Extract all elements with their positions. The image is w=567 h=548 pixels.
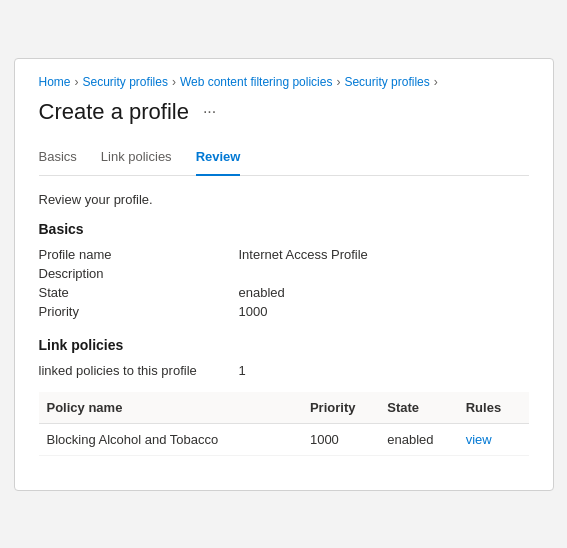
breadcrumb-sep-1: › bbox=[75, 75, 79, 89]
link-policies-heading: Link policies bbox=[39, 337, 529, 353]
page-title: Create a profile bbox=[39, 99, 189, 125]
table-header-row: Policy name Priority State Rules bbox=[39, 392, 529, 424]
basics-section: Basics Profile name Internet Access Prof… bbox=[39, 221, 529, 319]
breadcrumb-home[interactable]: Home bbox=[39, 75, 71, 89]
tab-bar: Basics Link policies Review bbox=[39, 141, 529, 176]
main-window: Home › Security profiles › Web content f… bbox=[14, 58, 554, 491]
col-rules: Rules bbox=[466, 392, 529, 424]
review-subtitle: Review your profile. bbox=[39, 192, 529, 207]
breadcrumb-security-profiles-2[interactable]: Security profiles bbox=[344, 75, 429, 89]
field-profile-name: Profile name Internet Access Profile bbox=[39, 247, 529, 262]
linked-policies-label: linked policies to this profile bbox=[39, 363, 239, 378]
cell-state: enabled bbox=[387, 423, 465, 455]
field-state: State enabled bbox=[39, 285, 529, 300]
tab-link-policies[interactable]: Link policies bbox=[101, 141, 172, 176]
field-state-value: enabled bbox=[239, 285, 285, 300]
tab-review[interactable]: Review bbox=[196, 141, 241, 176]
linked-policies-row: linked policies to this profile 1 bbox=[39, 363, 529, 378]
field-state-label: State bbox=[39, 285, 239, 300]
table-row: Blocking Alcohol and Tobacco 1000 enable… bbox=[39, 423, 529, 455]
col-state: State bbox=[387, 392, 465, 424]
policy-table: Policy name Priority State Rules Blockin… bbox=[39, 392, 529, 456]
breadcrumb-sep-2: › bbox=[172, 75, 176, 89]
field-description: Description bbox=[39, 266, 529, 281]
linked-policies-count: 1 bbox=[239, 363, 246, 378]
breadcrumb: Home › Security profiles › Web content f… bbox=[39, 75, 529, 89]
col-policy-name: Policy name bbox=[39, 392, 310, 424]
field-description-label: Description bbox=[39, 266, 239, 281]
rules-view-link[interactable]: view bbox=[466, 432, 492, 447]
cell-priority: 1000 bbox=[310, 423, 387, 455]
more-options-button[interactable]: ··· bbox=[199, 101, 220, 123]
link-policies-section: Link policies linked policies to this pr… bbox=[39, 337, 529, 456]
breadcrumb-sep-4: › bbox=[434, 75, 438, 89]
field-priority: Priority 1000 bbox=[39, 304, 529, 319]
breadcrumb-security-profiles-1[interactable]: Security profiles bbox=[83, 75, 168, 89]
breadcrumb-sep-3: › bbox=[336, 75, 340, 89]
field-profile-name-label: Profile name bbox=[39, 247, 239, 262]
cell-policy-name: Blocking Alcohol and Tobacco bbox=[39, 423, 310, 455]
basics-heading: Basics bbox=[39, 221, 529, 237]
field-priority-label: Priority bbox=[39, 304, 239, 319]
breadcrumb-web-content[interactable]: Web content filtering policies bbox=[180, 75, 333, 89]
field-priority-value: 1000 bbox=[239, 304, 268, 319]
page-title-row: Create a profile ··· bbox=[39, 99, 529, 125]
tab-basics[interactable]: Basics bbox=[39, 141, 77, 176]
field-profile-name-value: Internet Access Profile bbox=[239, 247, 368, 262]
col-priority: Priority bbox=[310, 392, 387, 424]
cell-rules-link[interactable]: view bbox=[466, 423, 529, 455]
